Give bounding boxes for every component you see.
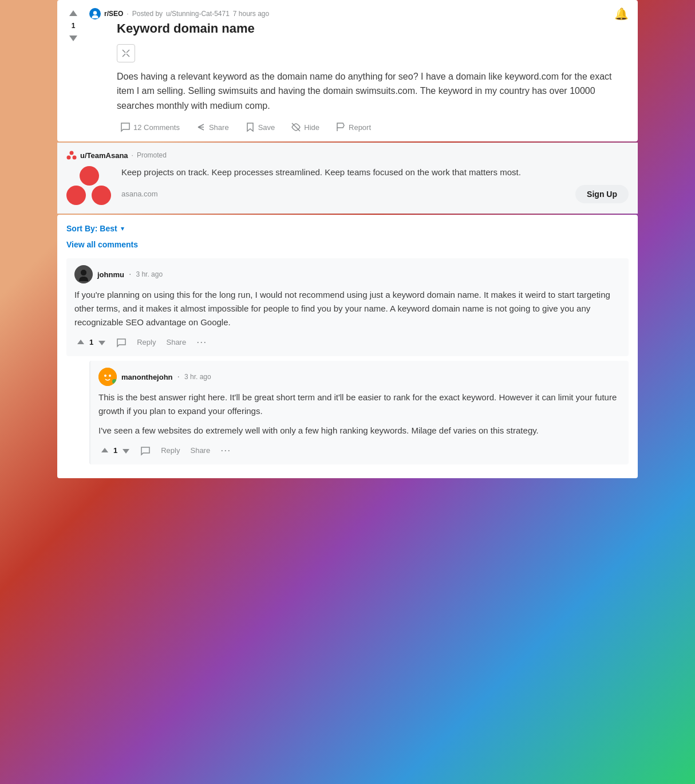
downvote-button[interactable] (66, 31, 80, 45)
post-body: Does having a relevant keyword as the do… (117, 69, 629, 113)
asana-logo-icon (66, 150, 77, 160)
comment-2-more-button[interactable]: ··· (218, 443, 233, 458)
comment-1-upvote[interactable] (74, 336, 87, 349)
comment-1-more-button[interactable]: ··· (194, 335, 209, 349)
comment-1-separator: · (129, 269, 131, 279)
post-card: 1 r/SEO · (57, 0, 638, 141)
svg-point-1 (93, 11, 97, 14)
comment-1-share-button[interactable]: Share (164, 337, 188, 348)
svg-point-5 (70, 151, 74, 155)
posted-by-label: Posted by (132, 10, 163, 18)
svg-point-9 (98, 368, 117, 386)
post-time: 7 hours ago (233, 10, 269, 18)
ad-username[interactable]: u/TeamAsana (80, 151, 128, 160)
promoted-badge: Promoted (137, 151, 167, 159)
promoted-label: · (132, 151, 133, 159)
comment-2-share-button[interactable]: Share (188, 445, 212, 456)
comment-1-reply-icon[interactable] (114, 336, 129, 349)
comments-button[interactable]: 12 Comments (117, 120, 183, 135)
sort-bar: Sort By: Best ▾ (66, 224, 629, 233)
subreddit-name[interactable]: r/SEO (104, 10, 123, 18)
ad-text: Keep projects on track. Keep processes s… (121, 166, 629, 203)
comment-2: manonthejohn · 3 hr. ago This is the bes… (89, 361, 629, 464)
comment-2-separator: · (177, 372, 180, 382)
save-button[interactable]: Save (242, 120, 279, 135)
save-label: Save (258, 123, 275, 132)
hide-button[interactable]: Hide (287, 120, 323, 135)
comment-1-actions: 1 Reply Share (74, 335, 621, 349)
comment-1-header: johnmu · 3 hr. ago (74, 265, 621, 283)
comment-1-time: 3 hr. ago (136, 270, 163, 278)
asana-circle-bottom-right (92, 186, 111, 205)
post-separator: · (127, 10, 128, 18)
ad-card: u/TeamAsana · Promoted Keep projects on … (57, 143, 638, 214)
comment-2-header: manonthejohn · 3 hr. ago (98, 368, 621, 386)
comment-2-username[interactable]: manonthejohn (121, 373, 173, 381)
comment-2-body1: This is the best answer right here. It'l… (98, 391, 621, 418)
comment-1-reply-button[interactable]: Reply (135, 337, 158, 348)
comment-2-upvote[interactable] (98, 444, 111, 457)
comment-1-username[interactable]: johnmu (97, 270, 124, 279)
post-author[interactable]: u/Stunning-Cat-5471 (166, 10, 230, 18)
report-label: Report (349, 123, 371, 132)
comments-count: 12 Comments (133, 123, 180, 132)
comment-2-time: 3 hr. ago (184, 373, 211, 381)
ad-domain: asana.com (121, 190, 158, 198)
asana-circle-top (80, 166, 99, 186)
svg-point-7 (73, 156, 77, 160)
subreddit-avatar (89, 8, 101, 19)
notification-bell[interactable]: 🔔 (614, 7, 629, 21)
svg-point-10 (104, 375, 106, 377)
ad-content: Keep projects on track. Keep processes s… (66, 166, 629, 206)
upvote-button[interactable] (66, 7, 80, 21)
sign-up-button[interactable]: Sign Up (575, 185, 629, 203)
sort-label[interactable]: Sort By: Best (66, 224, 117, 233)
comment-2-vote-count: 1 (113, 446, 117, 455)
post-content: Keyword domain name Does having a releva… (89, 21, 629, 135)
view-all-comments-link[interactable]: View all comments (66, 240, 629, 249)
ad-footer: asana.com Sign Up (121, 185, 629, 203)
comment-1-body: If you're planning on using this for the… (74, 288, 621, 329)
share-button[interactable]: Share (192, 120, 232, 135)
comment-1: johnmu · 3 hr. ago If you're planning on… (66, 258, 629, 356)
comment-2-vote: 1 (98, 444, 132, 457)
ad-body: Keep projects on track. Keep processes s… (121, 166, 629, 179)
post-actions: 12 Comments Share Save (117, 120, 629, 135)
svg-point-6 (67, 156, 71, 160)
asana-graphic (66, 166, 112, 206)
ad-header: u/TeamAsana · Promoted (66, 150, 629, 160)
share-label: Share (209, 123, 229, 132)
expand-icon[interactable] (117, 44, 135, 62)
sort-chevron-icon[interactable]: ▾ (121, 224, 124, 233)
comment-2-actions: 1 Reply Share (98, 443, 621, 458)
svg-point-12 (112, 379, 117, 384)
comment-1-downvote[interactable] (96, 336, 108, 349)
comment-2-reply-icon[interactable] (138, 444, 153, 457)
post-meta: r/SEO · Posted by u/Stunning-Cat-5471 7 … (89, 7, 629, 21)
post-title: Keyword domain name (117, 21, 629, 37)
vote-count: 1 (72, 22, 76, 30)
vote-column: 1 (62, 7, 85, 45)
hide-label: Hide (304, 123, 319, 132)
comment-2-avatar (98, 368, 117, 386)
asana-circle-bottom-left (66, 186, 86, 205)
comments-section: Sort By: Best ▾ View all comments johnmu… (57, 215, 638, 478)
svg-point-11 (109, 375, 111, 377)
comment-1-avatar (74, 265, 93, 283)
comment-2-downvote[interactable] (120, 444, 132, 457)
comment-1-vote: 1 (74, 336, 108, 349)
comment-2-reply-button[interactable]: Reply (159, 445, 182, 456)
report-button[interactable]: Report (332, 120, 374, 135)
comment-1-vote-count: 1 (89, 338, 93, 346)
comment-2-body2: I've seen a few websites do extremely we… (98, 424, 621, 438)
svg-line-3 (292, 123, 300, 131)
